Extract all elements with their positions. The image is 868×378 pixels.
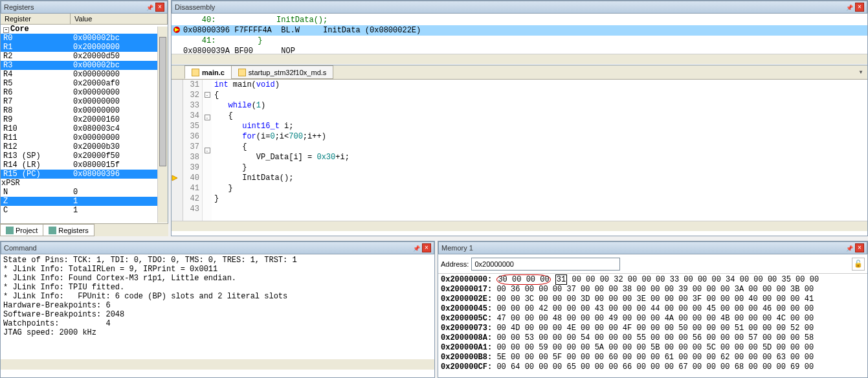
- register-row[interactable]: R60x00000000: [1, 88, 168, 97]
- fold-cell[interactable]: [203, 102, 212, 113]
- register-row[interactable]: R120x20000b30: [1, 142, 168, 151]
- registers-header: Registers ×: [1, 1, 168, 14]
- fold-cell[interactable]: -: [203, 92, 212, 102]
- register-row[interactable]: R90x20000160: [1, 115, 168, 124]
- code-line[interactable]: int main(void): [214, 80, 867, 90]
- address-input[interactable]: [471, 258, 620, 271]
- code-line[interactable]: uint16_t i;: [214, 121, 867, 131]
- close-icon[interactable]: ×: [155, 3, 164, 12]
- register-row[interactable]: R13 (SP)0x20000f50: [1, 151, 168, 161]
- code-line[interactable]: }: [214, 162, 867, 173]
- flag-row[interactable]: Z1: [1, 197, 168, 206]
- fold-cell[interactable]: [203, 168, 212, 179]
- disasm-line[interactable]: 40: InitData();: [172, 15, 867, 25]
- register-row[interactable]: R15 (PC)0x08000396: [1, 170, 168, 179]
- command-hscroll[interactable]: [1, 359, 434, 370]
- memory-row[interactable]: 0x20000000: 30 00 00 00 31 00 00 00 32 0…: [441, 275, 865, 285]
- register-row[interactable]: R40x00000000: [1, 70, 168, 79]
- memory-body[interactable]: 0x20000000: 30 00 00 00 31 00 00 00 32 0…: [438, 274, 867, 373]
- memory-row[interactable]: 0x200000CF: 00 64 00 00 00 65 00 00 00 6…: [441, 362, 865, 372]
- tab-main-c[interactable]: main.c: [184, 65, 232, 79]
- fold-cell[interactable]: [203, 199, 212, 210]
- register-row[interactable]: R20x20000d50: [1, 52, 168, 61]
- fold-cell[interactable]: [203, 158, 212, 168]
- line-number: 38: [183, 152, 199, 162]
- code-line[interactable]: }: [214, 183, 867, 194]
- code-line[interactable]: InitData();: [214, 173, 867, 183]
- close-icon[interactable]: ×: [855, 243, 864, 252]
- pin-icon[interactable]: [845, 243, 854, 252]
- register-row[interactable]: R14 (LR)0x0800015f: [1, 161, 168, 170]
- dropdown-icon[interactable]: [858, 67, 863, 75]
- command-header: Command ×: [1, 241, 434, 254]
- fold-cell[interactable]: [203, 210, 212, 220]
- fold-cell[interactable]: [203, 189, 212, 199]
- memory-row[interactable]: 0x200000B8: 5E 00 00 00 5F 00 00 00 60 0…: [441, 353, 865, 362]
- col-value[interactable]: Value: [71, 14, 168, 24]
- command-body[interactable]: State of Pins: TCK: 1, TDI: 0, TDO: 0, T…: [1, 254, 434, 358]
- memory-row[interactable]: 0x20000045: 00 00 00 42 00 00 00 43 00 0…: [441, 304, 865, 314]
- gutter-cell: [172, 194, 183, 204]
- tab-project[interactable]: Project: [0, 224, 43, 236]
- code-line[interactable]: while(1): [214, 100, 867, 111]
- registers-panel: Registers × Register Value -CoreR00x0000…: [0, 0, 168, 236]
- editor-fold-column[interactable]: ---: [203, 80, 212, 221]
- code-line[interactable]: VP_Data[i] = 0x30+i;: [214, 152, 867, 162]
- tab-startup_stm32f10x_md-s[interactable]: startup_stm32f10x_md.s: [231, 65, 333, 79]
- gutter-cell: [172, 80, 183, 90]
- code-line[interactable]: }: [214, 194, 867, 204]
- memory-row[interactable]: 0x2000008A: 00 00 53 00 00 00 54 00 00 0…: [441, 333, 865, 343]
- register-row[interactable]: R80x00000000: [1, 106, 168, 115]
- col-register[interactable]: Register: [1, 14, 71, 24]
- pin-icon[interactable]: [845, 3, 854, 12]
- register-row[interactable]: +xPSR: [1, 179, 168, 188]
- fold-cell[interactable]: [203, 80, 212, 90]
- code-line[interactable]: {: [214, 90, 867, 100]
- disassembly-hscroll[interactable]: [172, 54, 867, 64]
- flag-row[interactable]: N0: [1, 188, 168, 197]
- editor-hscroll[interactable]: [172, 221, 867, 231]
- editor-code[interactable]: int main(void){ while(1) { uint16_t i; f…: [212, 80, 867, 221]
- register-row[interactable]: R110x00000000: [1, 133, 168, 142]
- register-row[interactable]: R100x080003c4: [1, 124, 168, 133]
- memory-row[interactable]: 0x20000073: 00 4D 00 00 00 4E 00 00 00 4…: [441, 324, 865, 333]
- editor-body[interactable]: 31323334353637383940414243 --- int main(…: [172, 80, 867, 221]
- disasm-line[interactable]: 0x0800039A BF00 NOP: [172, 46, 867, 54]
- pin-icon[interactable]: [145, 3, 154, 12]
- tab-registers[interactable]: Registers: [43, 224, 94, 236]
- register-row[interactable]: R10x20000000: [1, 43, 168, 52]
- fold-cell[interactable]: [203, 135, 212, 146]
- close-icon[interactable]: ×: [422, 243, 431, 252]
- code-line[interactable]: {: [214, 142, 867, 152]
- line-number: 43: [183, 204, 199, 214]
- register-row[interactable]: R50x20000af0: [1, 79, 168, 88]
- pin-icon[interactable]: [412, 243, 421, 252]
- lock-icon[interactable]: 🔓: [852, 258, 865, 271]
- fold-cell[interactable]: -: [203, 148, 212, 158]
- memory-row[interactable]: 0x20000017: 00 36 00 00 00 37 00 00 00 3…: [441, 285, 865, 295]
- disasm-line[interactable]: 41: }: [172, 36, 867, 46]
- close-icon[interactable]: ×: [855, 3, 864, 12]
- register-row[interactable]: R70x00000000: [1, 97, 168, 106]
- disasm-line[interactable]: 0x08000396 F7FFFF4A BL.W InitData (0x080…: [172, 25, 867, 36]
- gutter-cell: [172, 152, 183, 162]
- code-line[interactable]: [214, 204, 867, 214]
- memory-row[interactable]: 0x2000005C: 47 00 00 00 48 00 00 00 49 0…: [441, 314, 865, 324]
- registers-scrollbar[interactable]: [157, 27, 168, 223]
- register-row[interactable]: R00x000002bc: [1, 34, 168, 43]
- editor-line-numbers: 31323334353637383940414243: [183, 80, 203, 221]
- fold-cell[interactable]: [203, 179, 212, 189]
- code-line[interactable]: {: [214, 111, 867, 121]
- memory-row[interactable]: 0x200000A1: 00 00 00 59 00 00 00 5A 00 0…: [441, 343, 865, 353]
- memory-row[interactable]: 0x2000002E: 00 00 3C 00 00 00 3D 00 00 0…: [441, 295, 865, 304]
- code-line[interactable]: for(i=0;i<700;i++): [214, 131, 867, 142]
- file-icon: [192, 69, 199, 76]
- memory-toolbar: Address: 🔓: [438, 254, 867, 274]
- fold-cell[interactable]: [203, 125, 212, 135]
- flag-row[interactable]: C1: [1, 206, 168, 215]
- line-number: 37: [183, 142, 199, 152]
- fold-cell[interactable]: -: [203, 115, 212, 125]
- disassembly-body[interactable]: 40: InitData();0x08000396 F7FFFF4A BL.W …: [172, 14, 867, 54]
- registers-tree[interactable]: -CoreR00x000002bcR10x20000000R20x20000d5…: [1, 25, 168, 222]
- register-row[interactable]: R30x000002bc: [1, 61, 168, 70]
